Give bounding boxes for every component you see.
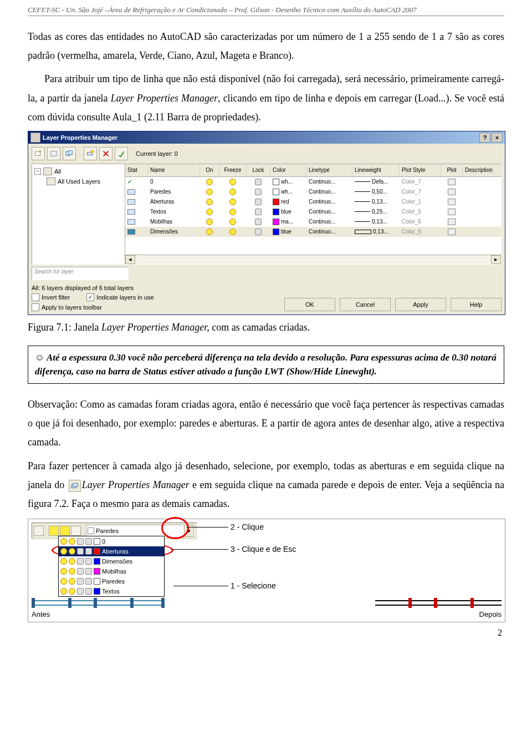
delete-layer-icon[interactable] [99, 147, 112, 160]
layer-option-label: Dimensões [102, 558, 132, 565]
invert-filter-checkbox[interactable] [32, 293, 39, 301]
bulb-icon[interactable] [206, 229, 213, 235]
color-swatch[interactable] [273, 219, 279, 225]
bulb-icon[interactable] [206, 219, 213, 225]
lineweight-cell[interactable]: 0,50... [352, 189, 400, 195]
col-freeze[interactable]: Freeze [219, 164, 247, 176]
new-layer-icon[interactable] [84, 147, 97, 160]
help-button[interactable]: ? [479, 133, 490, 143]
bulb-icon[interactable] [206, 179, 213, 185]
layers-icon[interactable] [34, 526, 44, 536]
ok-button[interactable]: OK [284, 298, 335, 311]
set-current-icon[interactable] [115, 147, 128, 160]
printer-icon[interactable] [448, 219, 456, 225]
printer-icon[interactable] [448, 209, 456, 215]
color-swatch[interactable] [273, 179, 279, 185]
lock-icon[interactable] [71, 526, 81, 536]
help-button-bottom[interactable]: Help [451, 298, 502, 311]
apply-toolbar-checkbox[interactable] [32, 303, 39, 311]
color-swatch [94, 588, 100, 595]
lock-icon[interactable] [255, 209, 262, 215]
sun-icon[interactable] [229, 209, 236, 215]
lock-icon[interactable] [255, 219, 262, 225]
cancel-button[interactable]: Cancel [340, 298, 391, 311]
filter-tree[interactable]: −All All Used Layers [32, 164, 125, 264]
col-stat[interactable]: Stat [125, 164, 148, 176]
table-row[interactable]: AberturasredContinuo... 0,13...Color_1 [125, 197, 501, 207]
lineweight-cell[interactable]: 0,25... [352, 209, 400, 215]
close-button[interactable]: × [492, 133, 503, 143]
printer-icon[interactable] [448, 199, 456, 205]
wall-before: Antes [32, 598, 165, 618]
color-label: blue [281, 229, 291, 235]
list-item[interactable]: Mobilhas [59, 566, 164, 576]
col-lineweight[interactable]: Lineweight [352, 164, 400, 176]
col-color[interactable]: Color [270, 164, 306, 176]
color-swatch[interactable] [273, 209, 279, 215]
col-description[interactable]: Description [463, 164, 501, 176]
linetype-cell[interactable]: Continuo... [306, 199, 352, 205]
layer-dropdown-list[interactable]: 0AberturasDimensõesMobilhasParedesTextos [58, 536, 165, 597]
table-row[interactable]: ✓0wh...Continuo... Defa...Color_7 [125, 177, 501, 187]
lock-icon[interactable] [255, 229, 262, 235]
tree-collapse-icon[interactable]: − [34, 168, 41, 175]
lock-icon[interactable] [255, 189, 262, 195]
sun-icon[interactable] [60, 526, 70, 536]
linetype-cell[interactable]: Continuo... [306, 179, 352, 185]
new-filter-icon[interactable] [32, 147, 45, 160]
sun-icon[interactable] [229, 189, 236, 195]
color-label: red [281, 199, 289, 205]
sun-icon[interactable] [229, 219, 236, 225]
dialog-titlebar[interactable]: Layer Properties Manager ? × [28, 131, 505, 144]
col-linetype[interactable]: Linetype [306, 164, 352, 176]
color-swatch[interactable] [273, 189, 279, 195]
color-swatch[interactable] [273, 199, 279, 205]
apply-button[interactable]: Apply [395, 298, 446, 311]
lineweight-cell[interactable]: 0,13... [352, 199, 400, 205]
new-group-filter-icon[interactable] [47, 147, 60, 160]
sun-icon[interactable] [229, 199, 236, 205]
printer-icon[interactable] [448, 179, 456, 185]
scroll-track[interactable] [135, 255, 491, 264]
horizontal-scrollbar[interactable]: ◂ ▸ [125, 255, 501, 264]
list-item[interactable]: Dimensões [59, 556, 164, 566]
list-item[interactable]: 0 [59, 536, 164, 546]
tree-used[interactable]: All Used Layers [58, 178, 100, 185]
col-name[interactable]: Name [148, 164, 200, 176]
bulb-icon[interactable] [206, 209, 213, 215]
lock-icon[interactable] [255, 179, 262, 185]
color-swatch[interactable] [273, 229, 279, 235]
lock-icon[interactable] [255, 199, 262, 205]
list-item[interactable]: Paredes [59, 576, 164, 586]
list-item[interactable]: Textos [59, 586, 164, 596]
sun-icon[interactable] [229, 229, 236, 235]
bulb-icon[interactable] [206, 189, 213, 195]
col-plot[interactable]: Plot [441, 164, 463, 176]
search-input[interactable]: Search for layer [32, 267, 129, 280]
scroll-right-icon[interactable]: ▸ [491, 255, 501, 264]
table-row[interactable]: Paredeswh...Continuo... 0,50...Color_7 [125, 187, 501, 197]
linetype-cell[interactable]: Continuo... [306, 189, 352, 195]
table-row[interactable]: Mobilhasma...Continuo... 0,13...Color_6 [125, 217, 501, 227]
lineweight-cell[interactable]: 0,13... [352, 229, 400, 235]
printer-icon[interactable] [448, 229, 456, 235]
col-on[interactable]: On [200, 164, 219, 176]
sun-icon[interactable] [229, 179, 236, 185]
linetype-cell[interactable]: Continuo... [306, 219, 352, 225]
col-plotstyle[interactable]: Plot Style [400, 164, 441, 176]
indicate-checkbox[interactable]: ✓ [86, 293, 94, 301]
linetype-cell[interactable]: Continuo... [306, 229, 352, 235]
printer-icon[interactable] [448, 189, 456, 195]
table-row[interactable]: DimensõesblueContinuo... 0,13...Color_5 [125, 227, 501, 237]
table-row[interactable]: TextosblueContinuo... 0,25...Color_5 [125, 207, 501, 217]
lineweight-cell[interactable]: Defa... [352, 179, 400, 185]
layer-states-icon[interactable] [63, 147, 76, 160]
col-lock[interactable]: Lock [247, 164, 270, 176]
tree-all[interactable]: All [54, 168, 61, 175]
lineweight-cell[interactable]: 0,13... [352, 219, 400, 225]
bulb-icon[interactable] [49, 526, 59, 536]
scroll-left-icon[interactable]: ◂ [125, 255, 135, 264]
list-item[interactable]: Aberturas [59, 546, 164, 556]
linetype-cell[interactable]: Continuo... [306, 209, 352, 215]
bulb-icon[interactable] [206, 199, 213, 205]
